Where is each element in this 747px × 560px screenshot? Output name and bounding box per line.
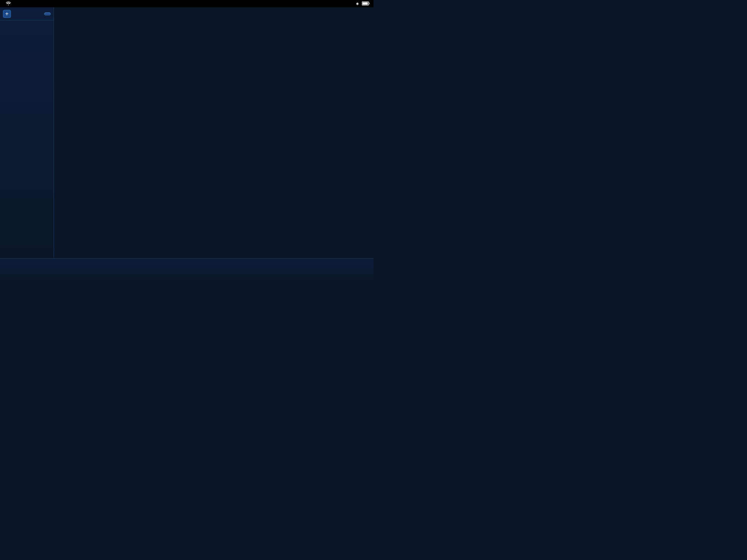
bottom-nav (0, 258, 374, 280)
camera-list (0, 20, 54, 258)
wifi-icon (6, 1, 11, 6)
bluetooth-icon: ∗ (356, 1, 359, 6)
svg-rect-1 (369, 3, 370, 4)
status-left (4, 1, 11, 6)
sidebar-header: + (0, 7, 54, 20)
move-button[interactable] (44, 12, 51, 15)
add-camera-button[interactable]: + (3, 10, 11, 18)
svg-rect-2 (363, 2, 368, 4)
status-bar: ∗ (0, 0, 374, 7)
status-right: ∗ (356, 1, 370, 6)
battery-icon (362, 1, 370, 6)
nav-right-controls (190, 258, 374, 280)
main-container: + (0, 7, 374, 258)
sidebar: + (0, 7, 54, 258)
nav-items (0, 258, 190, 280)
camera-grid (54, 7, 374, 258)
